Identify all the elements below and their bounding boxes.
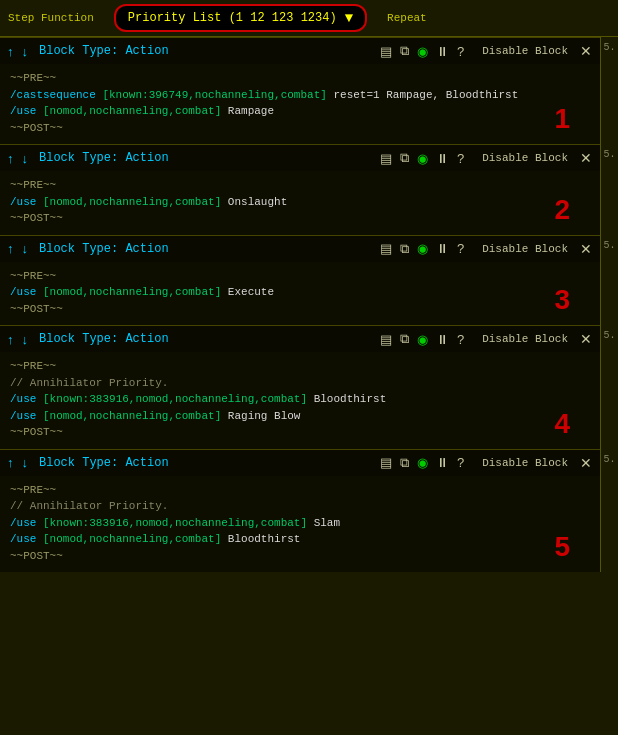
- block-3: 5.↑↓Block Type: Action▤⧉◉⏸?Disable Block…: [0, 235, 618, 326]
- block-line: /use [nomod,nochanneling,combat] Raging …: [10, 408, 572, 425]
- move-up-btn-4[interactable]: ↑: [6, 332, 15, 347]
- close-block-btn-3[interactable]: ✕: [578, 241, 594, 257]
- help-icon-1[interactable]: ?: [455, 44, 466, 59]
- doc-icon-2[interactable]: ▤: [378, 151, 394, 166]
- block-line: /use [nomod,nochanneling,combat] Bloodth…: [10, 531, 572, 548]
- block-2: 5.↑↓Block Type: Action▤⧉◉⏸?Disable Block…: [0, 144, 618, 235]
- step-number-2: 2: [554, 189, 570, 231]
- block-line: /use [nomod,nochanneling,combat] Execute: [10, 284, 572, 301]
- block-line: /use [known:383916,nomod,nochanneling,co…: [10, 515, 572, 532]
- side-strip-3: 5.: [600, 235, 618, 326]
- copy-icon-4[interactable]: ⧉: [398, 331, 411, 347]
- side-strip-1: 5.: [600, 37, 618, 144]
- block-line: /use [known:383916,nomod,nochanneling,co…: [10, 391, 572, 408]
- help-icon-3[interactable]: ?: [455, 241, 466, 256]
- move-up-btn-1[interactable]: ↑: [6, 44, 15, 59]
- block-type-label-2: Block Type: Action: [39, 151, 169, 165]
- pause-icon-1[interactable]: ⏸: [434, 44, 451, 59]
- copy-icon-3[interactable]: ⧉: [398, 241, 411, 257]
- block-line: ~~POST~~: [10, 210, 572, 227]
- disable-block-btn-1[interactable]: Disable Block: [478, 45, 572, 57]
- close-block-btn-1[interactable]: ✕: [578, 43, 594, 59]
- circle-icon-3[interactable]: ◉: [415, 241, 430, 256]
- block-4: 5.↑↓Block Type: Action▤⧉◉⏸?Disable Block…: [0, 325, 618, 449]
- circle-icon-1[interactable]: ◉: [415, 44, 430, 59]
- block-body-3: ~~PRE~~/use [nomod,nochanneling,combat] …: [0, 262, 600, 326]
- step-number-3: 3: [554, 279, 570, 321]
- block-line: ~~PRE~~: [10, 268, 572, 285]
- help-icon-2[interactable]: ?: [455, 151, 466, 166]
- block-header-3: ↑↓Block Type: Action▤⧉◉⏸?Disable Block✕: [0, 235, 600, 262]
- step-function-label: Step Function: [8, 12, 94, 24]
- disable-block-btn-4[interactable]: Disable Block: [478, 333, 572, 345]
- block-line: ~~PRE~~: [10, 482, 572, 499]
- block-line: // Annihilator Priority.: [10, 498, 572, 515]
- doc-icon-3[interactable]: ▤: [378, 241, 394, 256]
- copy-icon-1[interactable]: ⧉: [398, 43, 411, 59]
- disable-block-btn-3[interactable]: Disable Block: [478, 243, 572, 255]
- block-type-label-3: Block Type: Action: [39, 242, 169, 256]
- block-line: // Annihilator Priority.: [10, 375, 572, 392]
- block-body-2: ~~PRE~~/use [nomod,nochanneling,combat] …: [0, 171, 600, 235]
- block-header-2: ↑↓Block Type: Action▤⧉◉⏸?Disable Block✕: [0, 144, 600, 171]
- move-up-btn-5[interactable]: ↑: [6, 455, 15, 470]
- block-line: ~~PRE~~: [10, 358, 572, 375]
- block-type-label-5: Block Type: Action: [39, 456, 169, 470]
- move-up-btn-2[interactable]: ↑: [6, 151, 15, 166]
- block-header-5: ↑↓Block Type: Action▤⧉◉⏸?Disable Block✕: [0, 449, 600, 476]
- step-number-5: 5: [554, 526, 570, 568]
- circle-icon-2[interactable]: ◉: [415, 151, 430, 166]
- move-down-btn-5[interactable]: ↓: [21, 455, 30, 470]
- step-number-1: 1: [554, 98, 570, 140]
- disable-block-btn-2[interactable]: Disable Block: [478, 152, 572, 164]
- disable-block-btn-5[interactable]: Disable Block: [478, 457, 572, 469]
- block-line: ~~PRE~~: [10, 70, 572, 87]
- copy-icon-5[interactable]: ⧉: [398, 455, 411, 471]
- move-down-btn-2[interactable]: ↓: [21, 151, 30, 166]
- side-strip-2: 5.: [600, 144, 618, 235]
- copy-icon-2[interactable]: ⧉: [398, 150, 411, 166]
- pause-icon-4[interactable]: ⏸: [434, 332, 451, 347]
- block-type-label-4: Block Type: Action: [39, 332, 169, 346]
- doc-icon-5[interactable]: ▤: [378, 455, 394, 470]
- move-down-btn-4[interactable]: ↓: [21, 332, 30, 347]
- blocks-container: 5.↑↓Block Type: Action▤⧉◉⏸?Disable Block…: [0, 37, 618, 572]
- move-down-btn-3[interactable]: ↓: [21, 241, 30, 256]
- step-number-4: 4: [554, 403, 570, 445]
- priority-dropdown-label: Priority List (1 12 123 1234): [128, 11, 337, 25]
- circle-icon-5[interactable]: ◉: [415, 455, 430, 470]
- side-strip-5: 5.: [600, 449, 618, 573]
- chevron-down-icon: ▼: [345, 10, 353, 26]
- block-line: /use [nomod,nochanneling,combat] Rampage: [10, 103, 572, 120]
- repeat-label: Repeat: [387, 12, 427, 24]
- close-block-btn-5[interactable]: ✕: [578, 455, 594, 471]
- close-block-btn-4[interactable]: ✕: [578, 331, 594, 347]
- close-block-btn-2[interactable]: ✕: [578, 150, 594, 166]
- block-line: ~~PRE~~: [10, 177, 572, 194]
- block-line: ~~POST~~: [10, 120, 572, 137]
- doc-icon-1[interactable]: ▤: [378, 44, 394, 59]
- help-icon-4[interactable]: ?: [455, 332, 466, 347]
- side-strip-4: 5.: [600, 325, 618, 449]
- move-down-btn-1[interactable]: ↓: [21, 44, 30, 59]
- pause-icon-2[interactable]: ⏸: [434, 151, 451, 166]
- circle-icon-4[interactable]: ◉: [415, 332, 430, 347]
- pause-icon-3[interactable]: ⏸: [434, 241, 451, 256]
- pause-icon-5[interactable]: ⏸: [434, 455, 451, 470]
- block-header-1: ↑↓Block Type: Action▤⧉◉⏸?Disable Block✕: [0, 37, 600, 64]
- top-bar: Step Function Priority List (1 12 123 12…: [0, 0, 618, 37]
- block-5: 5.↑↓Block Type: Action▤⧉◉⏸?Disable Block…: [0, 449, 618, 573]
- block-type-label-1: Block Type: Action: [39, 44, 169, 58]
- block-1: 5.↑↓Block Type: Action▤⧉◉⏸?Disable Block…: [0, 37, 618, 144]
- doc-icon-4[interactable]: ▤: [378, 332, 394, 347]
- move-up-btn-3[interactable]: ↑: [6, 241, 15, 256]
- block-line: ~~POST~~: [10, 301, 572, 318]
- block-line: /castsequence [known:396749,nochanneling…: [10, 87, 572, 104]
- priority-dropdown[interactable]: Priority List (1 12 123 1234) ▼: [114, 4, 367, 32]
- block-header-4: ↑↓Block Type: Action▤⧉◉⏸?Disable Block✕: [0, 325, 600, 352]
- block-line: ~~POST~~: [10, 424, 572, 441]
- block-body-4: ~~PRE~~// Annihilator Priority./use [kno…: [0, 352, 600, 449]
- block-body-5: ~~PRE~~// Annihilator Priority./use [kno…: [0, 476, 600, 573]
- help-icon-5[interactable]: ?: [455, 455, 466, 470]
- block-body-1: ~~PRE~~/castsequence [known:396749,nocha…: [0, 64, 600, 144]
